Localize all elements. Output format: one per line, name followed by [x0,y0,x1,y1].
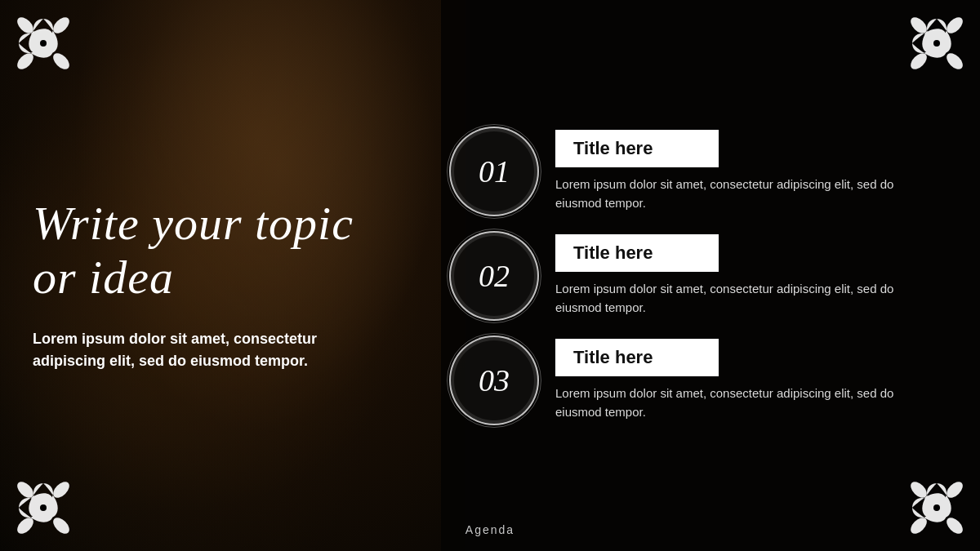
main-title: Write your topic or idea [33,197,359,305]
item-title-2: Title here [573,242,653,263]
item-description-3: Lorem ipsum dolor sit amet, consectetur … [555,384,931,421]
svg-point-13 [40,504,47,511]
svg-point-17 [51,515,73,537]
corner-decoration-tl [7,7,80,80]
corner-decoration-bl [7,471,80,544]
slide: Write your topic or idea Lorem ipsum dol… [0,0,980,551]
agenda-item-1: 01 Title here Lorem ipsum dolor sit amet… [449,127,931,216]
item-title-box-1: Title here [555,130,719,167]
left-content-area: Write your topic or idea Lorem ipsum dol… [33,197,359,372]
item-title-box-3: Title here [555,339,719,376]
item-description-1: Lorem ipsum dolor sit amet, consectetur … [555,176,931,212]
item-description-2: Lorem ipsum dolor sit amet, consectetur … [555,280,931,317]
main-description: Lorem ipsum dolor sit amet, consectetur … [33,328,359,372]
svg-point-1 [40,40,47,47]
svg-point-5 [51,51,73,73]
item-title-3: Title here [573,347,653,367]
item-text-2: Title here Lorem ipsum dolor sit amet, c… [555,234,931,317]
circle-number-1: 01 [449,127,539,216]
item-text-1: Title here Lorem ipsum dolor sit amet, c… [555,130,931,212]
agenda-item-3: 03 Title here Lorem ipsum dolor sit amet… [449,335,931,425]
footer-label: Agenda [466,523,514,536]
item-title-1: Title here [573,138,653,158]
agenda-items-area: 01 Title here Lorem ipsum dolor sit amet… [425,0,980,551]
circle-number-3: 03 [449,335,539,425]
item-title-box-2: Title here [555,234,719,272]
agenda-item-2: 02 Title here Lorem ipsum dolor sit amet… [449,231,931,321]
item-text-3: Title here Lorem ipsum dolor sit amet, c… [555,339,931,421]
circle-number-2: 02 [449,231,539,321]
